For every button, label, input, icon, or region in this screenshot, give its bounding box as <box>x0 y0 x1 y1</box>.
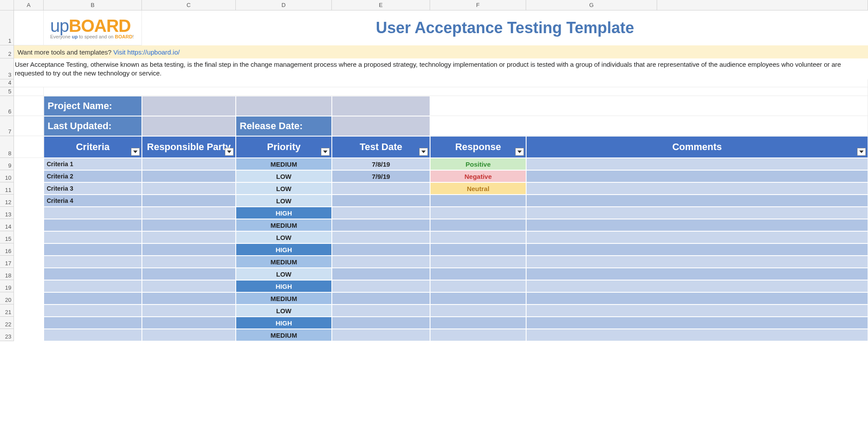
responsible-cell[interactable] <box>142 182 236 195</box>
cell-A8[interactable] <box>14 136 44 158</box>
row-number-14[interactable]: 14 <box>0 219 14 231</box>
test-date-cell[interactable] <box>332 256 430 268</box>
row-number-20[interactable]: 20 <box>0 292 14 305</box>
priority-cell[interactable]: LOW <box>236 268 332 280</box>
test-date-cell[interactable] <box>332 243 430 256</box>
row-number-1[interactable]: 1 <box>0 10 14 45</box>
row-number-17[interactable]: 17 <box>0 256 14 268</box>
comments-cell[interactable] <box>526 182 868 195</box>
criteria-cell[interactable] <box>44 329 142 341</box>
criteria-cell[interactable]: Criteria 1 <box>44 158 142 170</box>
response-cell[interactable] <box>430 268 526 280</box>
responsible-cell[interactable] <box>142 243 236 256</box>
criteria-cell[interactable]: Criteria 2 <box>44 170 142 182</box>
priority-cell[interactable]: MEDIUM <box>236 158 332 170</box>
responsible-cell[interactable] <box>142 305 236 317</box>
comments-cell[interactable] <box>526 219 868 231</box>
comments-cell[interactable] <box>526 231 868 243</box>
criteria-cell[interactable] <box>44 219 142 231</box>
cell-A7[interactable] <box>14 116 44 136</box>
responsible-cell[interactable] <box>142 231 236 243</box>
row-number-8[interactable]: 8 <box>0 136 14 158</box>
release-date-value[interactable] <box>332 116 430 136</box>
response-cell[interactable] <box>430 329 526 341</box>
test-date-cell[interactable] <box>332 207 430 219</box>
cell-row5[interactable] <box>44 87 868 96</box>
col-header-B[interactable]: B <box>44 0 142 10</box>
col-header-comments[interactable]: Comments <box>526 136 868 158</box>
comments-cell[interactable] <box>526 268 868 280</box>
response-cell[interactable] <box>430 317 526 329</box>
row-number-3[interactable]: 3 <box>0 58 14 79</box>
cell-A9[interactable] <box>14 158 44 170</box>
priority-cell[interactable]: HIGH <box>236 207 332 219</box>
response-cell[interactable]: Positive <box>430 158 526 170</box>
row-number-21[interactable]: 21 <box>0 305 14 317</box>
row-number-12[interactable]: 12 <box>0 195 14 207</box>
col-header-E[interactable]: E <box>332 0 430 10</box>
criteria-cell[interactable] <box>44 292 142 305</box>
priority-cell[interactable]: MEDIUM <box>236 256 332 268</box>
last-updated-value[interactable] <box>142 116 236 136</box>
responsible-cell[interactable] <box>142 256 236 268</box>
test-date-cell[interactable] <box>332 329 430 341</box>
cell-A6[interactable] <box>14 96 44 116</box>
priority-cell[interactable]: LOW <box>236 170 332 182</box>
criteria-cell[interactable] <box>44 280 142 292</box>
cell-D6[interactable] <box>236 96 332 116</box>
responsible-cell[interactable] <box>142 280 236 292</box>
priority-cell[interactable]: HIGH <box>236 243 332 256</box>
responsible-cell[interactable] <box>142 317 236 329</box>
row-number-23[interactable]: 23 <box>0 329 14 341</box>
cell-A10[interactable] <box>14 170 44 182</box>
test-date-cell[interactable] <box>332 268 430 280</box>
criteria-cell[interactable] <box>44 268 142 280</box>
cell-A16[interactable] <box>14 243 44 256</box>
row-number-2[interactable]: 2 <box>0 45 14 58</box>
cell-A22[interactable] <box>14 317 44 329</box>
cell-row4[interactable] <box>14 79 868 87</box>
response-cell[interactable] <box>430 195 526 207</box>
priority-cell[interactable]: LOW <box>236 195 332 207</box>
filter-button-responsible[interactable] <box>225 148 234 156</box>
test-date-cell[interactable] <box>332 292 430 305</box>
comments-cell[interactable] <box>526 329 868 341</box>
responsible-cell[interactable] <box>142 195 236 207</box>
test-date-cell[interactable] <box>332 317 430 329</box>
comments-cell[interactable] <box>526 280 868 292</box>
col-header-priority[interactable]: Priority <box>236 136 332 158</box>
comments-cell[interactable] <box>526 207 868 219</box>
banner-link[interactable]: Visit https://upboard.io/ <box>113 48 179 56</box>
col-header-A[interactable]: A <box>14 0 44 10</box>
cell-A11[interactable] <box>14 182 44 195</box>
cell-A15[interactable] <box>14 231 44 243</box>
project-name-value[interactable] <box>142 96 236 116</box>
criteria-cell[interactable] <box>44 243 142 256</box>
test-date-cell[interactable] <box>332 195 430 207</box>
filter-button-comments[interactable] <box>857 148 866 156</box>
responsible-cell[interactable] <box>142 158 236 170</box>
responsible-cell[interactable] <box>142 268 236 280</box>
criteria-cell[interactable] <box>44 256 142 268</box>
test-date-cell[interactable] <box>332 280 430 292</box>
test-date-cell[interactable] <box>332 182 430 195</box>
response-cell[interactable]: Neutral <box>430 182 526 195</box>
responsible-cell[interactable] <box>142 292 236 305</box>
row-number-16[interactable]: 16 <box>0 243 14 256</box>
comments-cell[interactable] <box>526 317 868 329</box>
cell-A18[interactable] <box>14 268 44 280</box>
cell-A14[interactable] <box>14 219 44 231</box>
responsible-cell[interactable] <box>142 329 236 341</box>
filter-button-priority[interactable] <box>321 148 330 156</box>
cell-A23[interactable] <box>14 329 44 341</box>
comments-cell[interactable] <box>526 158 868 170</box>
row-number-4[interactable]: 4 <box>0 79 14 87</box>
criteria-cell[interactable] <box>44 231 142 243</box>
response-cell[interactable] <box>430 292 526 305</box>
priority-cell[interactable]: MEDIUM <box>236 329 332 341</box>
cell-A17[interactable] <box>14 256 44 268</box>
filter-button-response[interactable] <box>515 148 524 156</box>
cell-A1[interactable] <box>14 10 44 45</box>
test-date-cell[interactable] <box>332 231 430 243</box>
response-cell[interactable]: Negative <box>430 170 526 182</box>
